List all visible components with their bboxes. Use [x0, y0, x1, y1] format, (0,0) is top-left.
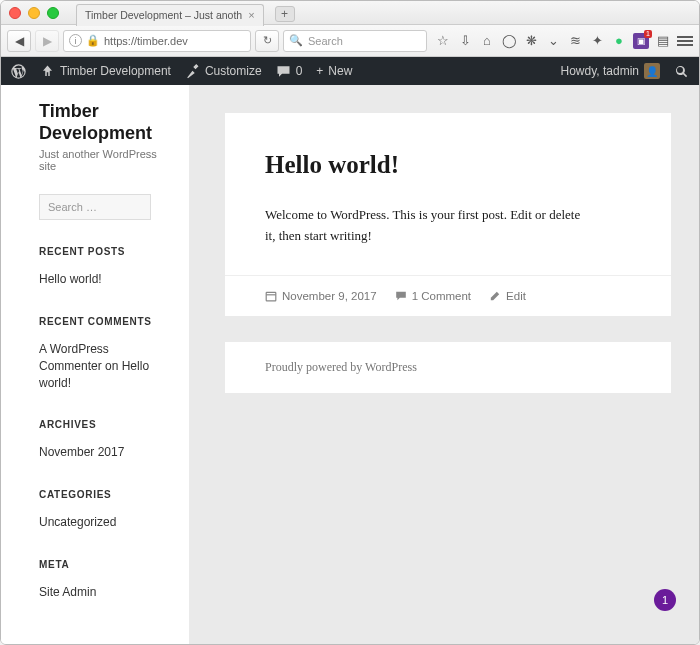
comment-icon	[276, 64, 291, 79]
menu-icon[interactable]	[677, 36, 693, 46]
home-icon	[40, 64, 55, 79]
wordpress-icon	[11, 64, 26, 79]
evernote-icon[interactable]: ❋	[523, 33, 539, 49]
post-title[interactable]: Hello world!	[265, 151, 631, 179]
browser-tab[interactable]: Timber Development – Just anoth ×	[76, 4, 264, 26]
categories-widget: CATEGORIES Uncategorized	[39, 489, 173, 531]
post-edit-link[interactable]: Edit	[489, 290, 526, 302]
post-body: Welcome to WordPress. This is your first…	[265, 205, 585, 247]
comments-icon	[395, 290, 407, 302]
admin-search-button[interactable]	[674, 64, 689, 79]
page-content: Timber Development Just another WordPres…	[1, 85, 699, 644]
close-window-button[interactable]	[9, 7, 21, 19]
meta-widget: META Site Admin	[39, 559, 173, 601]
addon-misc-icon[interactable]: ▤	[655, 33, 671, 49]
back-button[interactable]: ◀	[7, 30, 31, 52]
svg-rect-0	[266, 292, 276, 300]
minimize-window-button[interactable]	[28, 7, 40, 19]
customize-button[interactable]: Customize	[185, 64, 262, 79]
site-tagline: Just another WordPress site	[39, 148, 173, 172]
widget-heading: CATEGORIES	[39, 489, 173, 500]
new-tab-button[interactable]: +	[275, 6, 295, 22]
browser-search-field[interactable]: 🔍	[283, 30, 427, 52]
pencil-icon	[489, 290, 501, 302]
browser-search-input[interactable]	[308, 35, 421, 47]
star-icon[interactable]: ☆	[435, 33, 451, 49]
comments-button[interactable]: 0	[276, 64, 303, 79]
search-icon: 🔍	[289, 34, 303, 47]
archives-widget: ARCHIVES November 2017	[39, 419, 173, 461]
widget-heading: RECENT POSTS	[39, 246, 173, 257]
window-titlebar: Timber Development – Just anoth × +	[1, 1, 699, 25]
addon-star-icon[interactable]: ✦	[589, 33, 605, 49]
calendar-icon	[265, 290, 277, 302]
addon-bolt-icon[interactable]: ≋	[567, 33, 583, 49]
wp-logo-button[interactable]	[11, 64, 26, 79]
recent-comment-item: A WordPress Commenter on Hello world!	[39, 341, 173, 391]
url-field[interactable]: i 🔒 https://timber.dev	[63, 30, 251, 52]
site-sidebar: Timber Development Just another WordPres…	[1, 85, 189, 644]
maximize-window-button[interactable]	[47, 7, 59, 19]
howdy-user[interactable]: Howdy, tadmin 👤	[561, 63, 660, 79]
addon-badge: 1	[644, 30, 652, 38]
addon-green-icon[interactable]: ●	[611, 33, 627, 49]
url-text: https://timber.dev	[104, 35, 188, 47]
search-icon	[674, 64, 689, 79]
post-comments-link[interactable]: 1 Comment	[395, 290, 471, 302]
recent-comments-widget: RECENT COMMENTS A WordPress Commenter on…	[39, 316, 173, 391]
main-column: Hello world! Welcome to WordPress. This …	[189, 85, 699, 644]
recent-posts-widget: RECENT POSTS Hello world!	[39, 246, 173, 288]
post-date[interactable]: November 9, 2017	[265, 290, 377, 302]
floating-badge[interactable]: 1	[654, 589, 676, 611]
post-card: Hello world! Welcome to WordPress. This …	[225, 113, 671, 275]
avatar: 👤	[644, 63, 660, 79]
download-icon[interactable]: ⇩	[457, 33, 473, 49]
brush-icon	[185, 64, 200, 79]
new-content-button[interactable]: + New	[316, 64, 352, 78]
widget-heading: ARCHIVES	[39, 419, 173, 430]
site-name-button[interactable]: Timber Development	[40, 64, 171, 79]
addon-circle-icon[interactable]: ◯	[501, 33, 517, 49]
home-icon[interactable]: ⌂	[479, 33, 495, 49]
plus-icon: +	[316, 64, 323, 78]
wp-admin-bar: Timber Development Customize 0 + New How…	[1, 57, 699, 85]
widget-heading: RECENT COMMENTS	[39, 316, 173, 327]
post-meta-bar: November 9, 2017 1 Comment Edit	[225, 275, 671, 316]
footer-credit[interactable]: Proudly powered by WordPress	[265, 360, 417, 374]
meta-link[interactable]: Site Admin	[39, 584, 173, 601]
tab-title: Timber Development – Just anoth	[85, 9, 242, 21]
recent-post-link[interactable]: Hello world!	[39, 271, 173, 288]
archive-link[interactable]: November 2017	[39, 444, 173, 461]
site-footer: Proudly powered by WordPress	[225, 342, 671, 393]
site-title[interactable]: Timber Development	[39, 101, 173, 144]
commenter-link[interactable]: A WordPress Commenter	[39, 342, 109, 373]
addon-purple-icon[interactable]: ▣1	[633, 33, 649, 49]
widget-heading: META	[39, 559, 173, 570]
lock-icon: 🔒	[86, 34, 100, 47]
forward-button: ▶	[35, 30, 59, 52]
sidebar-search-input[interactable]: Search …	[39, 194, 151, 220]
close-tab-icon[interactable]: ×	[248, 9, 254, 21]
reload-button[interactable]: ↻	[255, 30, 279, 52]
url-toolbar: ◀ ▶ i 🔒 https://timber.dev ↻ 🔍 ☆ ⇩ ⌂ ◯ ❋…	[1, 25, 699, 57]
category-link[interactable]: Uncategorized	[39, 514, 173, 531]
site-info-icon[interactable]: i	[69, 34, 82, 47]
pocket-icon[interactable]: ⌄	[545, 33, 561, 49]
